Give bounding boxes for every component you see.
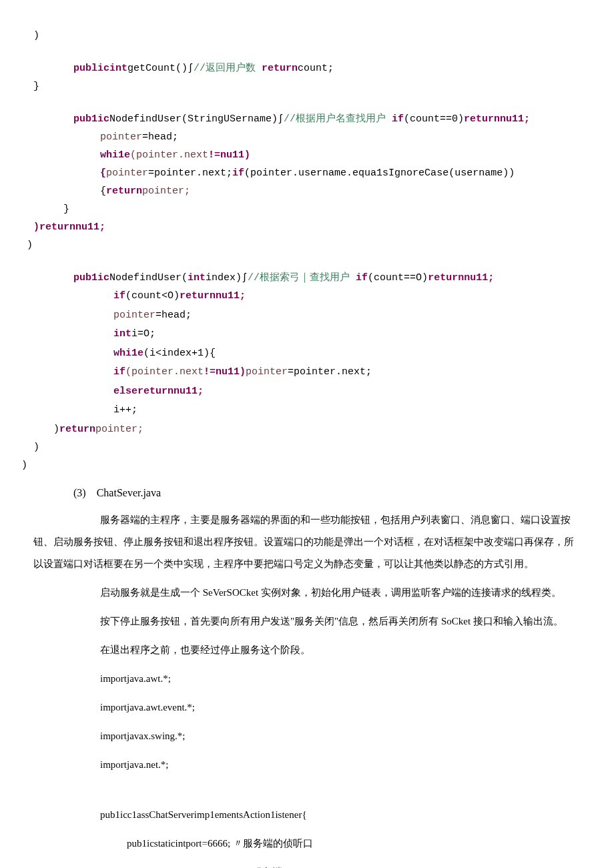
identifier: pointer <box>106 167 148 179</box>
import-line: importjavax.swing.*; <box>33 725 581 747</box>
brace: ) <box>33 222 39 233</box>
code-line: elsereturnnu11; <box>33 382 581 402</box>
code-line: pointer=head; <box>33 128 581 146</box>
prose-block: 服务器端的主程序，主要是服务器端的界面的和一些功能按钮，包括用户列表窗口、消息窗… <box>33 509 581 868</box>
method-name: NodefindUser(StringUSername)∫ <box>109 113 284 125</box>
code-line: ) <box>33 27 581 45</box>
code-line: pub1icNodefindUser(StringUSername)∫//根据用… <box>33 110 581 128</box>
code-block-1: ) publicintgetCount()∫//返回用户数 returncoun… <box>33 27 581 474</box>
paragraph: 启动服务就是生成一个 SeVerSOCket 实例对象，初始化用户链表，调用监听… <box>33 582 581 604</box>
method-name: NodefindUser( <box>109 272 188 284</box>
code-line: ) <box>33 438 581 456</box>
keyword-public: pub1ic <box>73 113 109 125</box>
identifier: pointer; <box>95 424 143 435</box>
identifier: count; <box>298 63 334 74</box>
condition: (count<O) <box>125 290 180 302</box>
code-line: } <box>33 200 581 218</box>
keyword-public: pub1ic <box>73 272 109 284</box>
code-line: ) <box>21 456 581 474</box>
brace: } <box>63 203 69 215</box>
keyword-return: returnnu11; <box>39 222 105 233</box>
code-text: index)∫ <box>206 272 248 284</box>
keyword-return: return <box>262 63 298 74</box>
condition: (count==0) <box>404 113 464 125</box>
identifier: pointer <box>113 310 156 321</box>
code-text: =pointer.next; <box>288 366 372 378</box>
keyword-if: if <box>356 272 368 284</box>
code-line: i++; <box>33 401 581 420</box>
keyword-int: int <box>188 272 206 284</box>
class-member: ServerSocketSerVerSoCket; 〃服务端 Socket <box>33 861 581 868</box>
brace: ) <box>33 442 39 453</box>
keyword-return: returnnu11; <box>137 386 204 397</box>
keyword-return: returnnu11; <box>428 272 494 284</box>
code-line: ) <box>27 236 581 254</box>
code-line: if(pointer.next!=nu11)pointer=pointer.ne… <box>33 363 581 382</box>
identifier: pointer; <box>142 185 190 197</box>
section-heading: (3) ChatSever.java <box>33 484 581 503</box>
brace: ) <box>33 30 39 41</box>
code-line: whi1e(i<index+1){ <box>33 344 581 364</box>
class-decl: pub1icc1assChatServerimp1ementsAction1is… <box>33 804 581 826</box>
import-line: importjava.awt.*; <box>33 668 581 690</box>
identifier: (pointer.next <box>130 149 208 161</box>
code-line: pointer=head; <box>33 306 581 326</box>
code-text: =head; <box>156 310 192 321</box>
code-text: i++; <box>113 404 137 416</box>
paragraph: 在退出程序之前，也要经过停止服务这个阶段。 <box>33 639 581 661</box>
identifier: (pointer.next <box>125 366 204 378</box>
import-line: importjava.net.*; <box>33 754 581 776</box>
code-line: } <box>33 77 581 95</box>
code-line: pub1icNodefindUser(intindex)∫//根据索弓｜查找用户… <box>33 269 581 287</box>
keyword-return: return <box>106 185 142 197</box>
keyword-return: return <box>59 424 95 435</box>
import-line: importjava.awt.event.*; <box>33 697 581 719</box>
paragraph-text: 服务器端的主程序，主要是服务器端的界面的和一些功能按钮，包括用户列表窗口、消息窗… <box>33 514 574 569</box>
comment: //返回用户数 <box>194 63 262 74</box>
identifier: pointer <box>100 131 142 143</box>
keyword-if: if <box>113 366 125 378</box>
code-line: if(count<O)returnnu11; <box>33 287 581 306</box>
code-line: )returnnu11; <box>33 218 581 236</box>
brace: ) <box>53 424 59 435</box>
comment: //根据用户名查找用户 <box>284 113 392 125</box>
brace: } <box>33 81 39 92</box>
keyword-while: whi1e <box>100 149 130 161</box>
keyword-int: int <box>109 63 127 74</box>
identifier: pointer <box>246 366 288 378</box>
method-name: getCount()∫ <box>127 63 194 74</box>
paragraph: 按下停止服务按钮，首先要向所有用户发送"服务关闭"信息，然后再关闭所有 SoCk… <box>33 610 581 632</box>
keyword-if: if <box>113 290 125 302</box>
comment: //根据索弓｜查找用户 <box>248 272 356 284</box>
code-line: inti=O; <box>33 325 581 344</box>
brace: ) <box>21 460 27 471</box>
brace: ) <box>27 240 33 251</box>
keyword-else: else <box>113 386 137 397</box>
condition: (count==O) <box>368 272 428 284</box>
code-line: )returnpointer; <box>33 420 581 438</box>
keyword-return: returnnu11; <box>180 290 246 302</box>
code-line: whi1e(pointer.next!=nu11){pointer=pointe… <box>33 146 581 200</box>
keyword-ne-null: !=nu11) <box>204 366 246 378</box>
keyword-int: int <box>113 328 131 340</box>
keyword-while: whi1e <box>113 348 143 359</box>
class-member: pub1icstaticintport=6666; 〃服务端的侦听口 <box>33 833 581 855</box>
keyword-if: if <box>232 167 244 179</box>
code-line: publicintgetCount()∫//返回用户数 returncount; <box>33 59 581 77</box>
keyword-public: public <box>73 63 109 74</box>
code-text: i=O; <box>131 328 156 340</box>
paragraph: 服务器端的主程序，主要是服务器端的界面的和一些功能按钮，包括用户列表窗口、消息窗… <box>33 509 581 575</box>
code-text: =pointer.next; <box>148 167 232 179</box>
keyword-return: returnnu11; <box>464 113 530 125</box>
condition: (i<index+1){ <box>143 348 216 359</box>
keyword-if: if <box>392 113 404 125</box>
code-text: =head; <box>142 131 178 143</box>
